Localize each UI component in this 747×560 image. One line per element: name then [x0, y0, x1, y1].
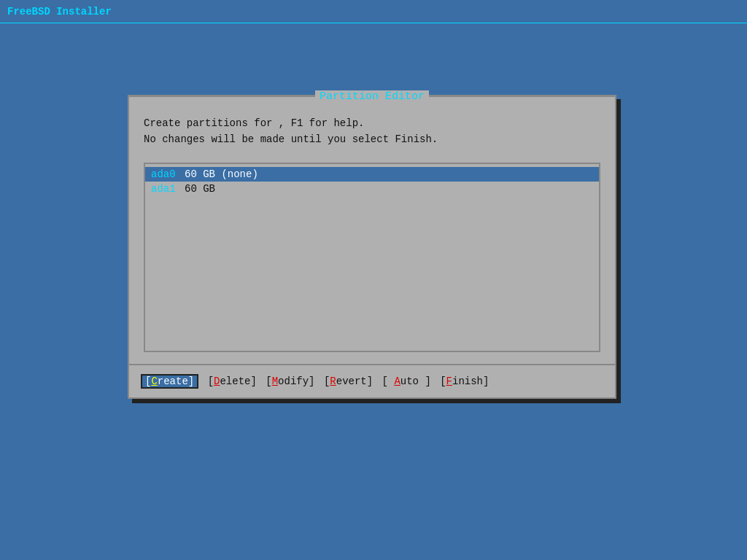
auto-button[interactable]: [ Auto ] [376, 376, 431, 387]
partition-row-ada1[interactable]: ada1 60 GB [145, 182, 599, 196]
description-line1: Create partitions for , F1 for help. [144, 115, 600, 131]
partition-name-ada0: ada0 [151, 168, 176, 180]
button-bar: [Create] [Delete] [Modify] [Revert] [ Au… [129, 364, 615, 397]
dialog-title: Partition Editor [315, 90, 429, 103]
partition-name-ada1: ada1 [151, 183, 176, 195]
app-title: FreeBSD Installer [7, 6, 112, 18]
top-bar: FreeBSD Installer [0, 0, 747, 23]
dialog-body: Create partitions for , F1 for help. No … [129, 104, 615, 364]
dialog-title-bar: Partition Editor [129, 89, 615, 104]
dialog-description: Create partitions for , F1 for help. No … [144, 115, 600, 148]
create-button[interactable]: [Create] [141, 374, 198, 389]
partition-info-ada0: 60 GB (none) [179, 168, 258, 180]
modify-button[interactable]: [Modify] [260, 376, 315, 387]
revert-button[interactable]: [Revert] [318, 376, 374, 387]
description-line2: No changes will be made until you select… [144, 131, 600, 147]
partition-editor-dialog: Partition Editor Create partitions for ,… [128, 95, 616, 399]
partition-row-ada0[interactable]: ada0 60 GB (none) [145, 167, 599, 182]
partition-list[interactable]: ada0 60 GB (none) ada1 60 GB [144, 163, 600, 352]
finish-button[interactable]: [Finish] [434, 376, 489, 387]
delete-button[interactable]: [Delete] [201, 376, 257, 387]
partition-info-ada1: 60 GB [179, 183, 215, 195]
